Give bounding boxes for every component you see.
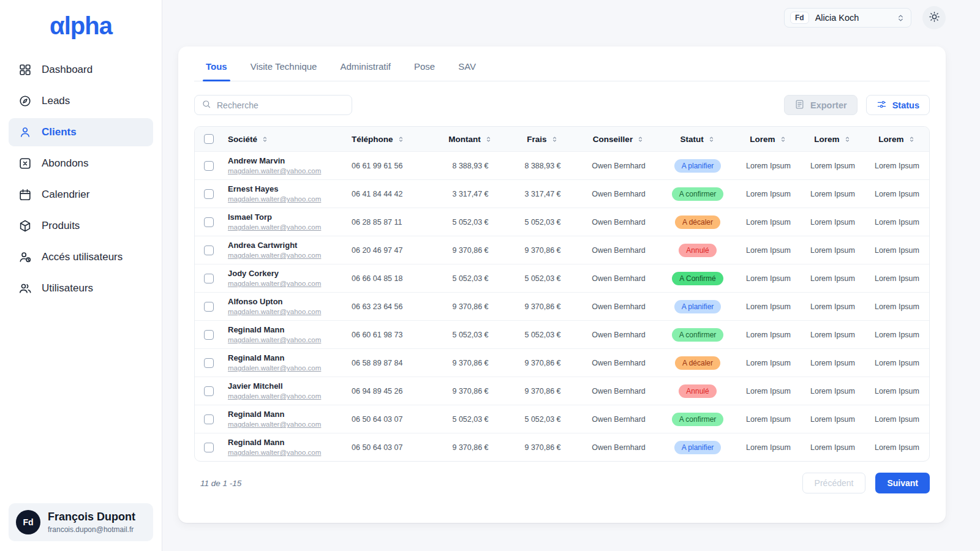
statut-cell: A confirmer xyxy=(659,321,736,349)
column-header-7[interactable]: Lorem xyxy=(736,127,801,152)
search-input[interactable] xyxy=(217,100,345,110)
row-checkbox-cell xyxy=(195,293,223,321)
export-button-label: Exporter xyxy=(810,100,847,110)
client-name: Javier Mitchell xyxy=(228,381,342,391)
row-checkbox[interactable] xyxy=(204,302,214,312)
pagination-info: 11 de 1 -15 xyxy=(194,479,241,488)
profile-card[interactable]: Fd François Dupont francois.dupon@hotmai… xyxy=(9,503,153,541)
tab-label: Administratif xyxy=(340,61,391,72)
sidebar-item-produits[interactable]: Produits xyxy=(9,212,153,240)
sidebar-item-clients[interactable]: Clients xyxy=(9,118,153,146)
client-name: Reginald Mann xyxy=(228,410,342,419)
column-header-6[interactable]: Statut xyxy=(659,127,736,152)
frais-cell: 9 370,86 € xyxy=(507,293,578,321)
column-label: Conseiller xyxy=(593,135,633,144)
lorem-cell-2: Lorem Ipsum xyxy=(801,293,865,321)
row-checkbox[interactable] xyxy=(204,217,214,227)
column-header-3[interactable]: Montant xyxy=(434,127,507,152)
row-checkbox[interactable] xyxy=(204,358,214,368)
previous-page-button[interactable]: Précédent xyxy=(802,473,866,493)
export-button[interactable]: Exporter xyxy=(784,95,858,115)
row-checkbox[interactable] xyxy=(204,330,214,340)
statut-cell: Annulé xyxy=(659,377,736,405)
row-checkbox[interactable] xyxy=(204,246,214,255)
column-header-2[interactable]: Téléphone xyxy=(347,127,434,152)
sidebar-item-utilisateurs[interactable]: Utilisateurs xyxy=(9,274,153,302)
sort-icon xyxy=(908,135,916,143)
status-filter-button[interactable]: Status xyxy=(866,95,930,115)
client-email-link[interactable]: magdalen.walter@yahoo.com xyxy=(228,449,321,456)
search-box[interactable] xyxy=(194,95,352,115)
lorem-cell-2: Lorem Ipsum xyxy=(801,236,865,264)
client-email-link[interactable]: magdalen.walter@yahoo.com xyxy=(228,421,321,428)
tab-sav[interactable]: SAV xyxy=(447,49,488,81)
select-all-checkbox[interactable] xyxy=(204,134,214,144)
table-row: Reginald Mann magdalen.walter@yahoo.com … xyxy=(195,321,929,349)
client-email-link[interactable]: magdalen.walter@yahoo.com xyxy=(228,336,321,343)
client-email-link[interactable]: magdalen.walter@yahoo.com xyxy=(228,308,321,315)
client-email-link[interactable]: magdalen.walter@yahoo.com xyxy=(228,167,321,174)
client-email-link[interactable]: magdalen.walter@yahoo.com xyxy=(228,223,321,231)
lorem-cell-1: Lorem Ipsum xyxy=(736,293,801,321)
sidebar-item-leads[interactable]: Leads xyxy=(9,87,153,115)
client-email-link[interactable]: magdalen.walter@yahoo.com xyxy=(228,280,321,287)
row-checkbox-cell xyxy=(195,405,223,433)
column-label: Statut xyxy=(680,135,703,144)
lorem-cell-3: Lorem Ipsum xyxy=(865,433,929,462)
tab-tous[interactable]: Tous xyxy=(194,49,239,81)
column-header-8[interactable]: Lorem xyxy=(801,127,865,152)
conseiller-cell: Owen Bernhard xyxy=(578,236,659,264)
lorem-cell-1: Lorem Ipsum xyxy=(736,264,801,293)
column-label: Lorem xyxy=(814,135,839,144)
profile-avatar: Fd xyxy=(16,510,40,534)
calendar-icon xyxy=(18,188,32,201)
client-email-link[interactable]: magdalen.walter@yahoo.com xyxy=(228,392,321,400)
column-header-4[interactable]: Frais xyxy=(507,127,578,152)
row-checkbox-cell xyxy=(195,321,223,349)
row-checkbox[interactable] xyxy=(204,443,214,452)
sidebar-item-calendrier[interactable]: Calendrier xyxy=(9,181,153,209)
next-page-button[interactable]: Suivant xyxy=(875,473,930,493)
lorem-cell-2: Lorem Ipsum xyxy=(801,321,865,349)
client-email-link[interactable]: magdalen.walter@yahoo.com xyxy=(228,195,321,203)
row-checkbox[interactable] xyxy=(204,386,214,396)
sidebar-item-label: Calendrier xyxy=(42,189,89,201)
lorem-cell-2: Lorem Ipsum xyxy=(801,377,865,405)
sidebar-item-acces-utilisateurs[interactable]: Accés utilisateurs xyxy=(9,243,153,271)
table-header-row: Société Téléphone Montant Frais Conseill… xyxy=(195,127,929,152)
row-checkbox[interactable] xyxy=(204,274,214,283)
row-checkbox[interactable] xyxy=(204,161,214,171)
frais-cell: 9 370,86 € xyxy=(507,349,578,377)
telephone-cell: 06 28 85 87 11 xyxy=(347,208,434,236)
sidebar-item-dashboard[interactable]: Dashboard xyxy=(9,56,153,84)
conseiller-cell: Owen Bernhard xyxy=(578,264,659,293)
column-header-5[interactable]: Conseiller xyxy=(578,127,659,152)
tab-visite-technique[interactable]: Visite Technique xyxy=(239,49,329,81)
client-email-link[interactable]: magdalen.walter@yahoo.com xyxy=(228,364,321,372)
societe-cell: Reginald Mann magdalen.walter@yahoo.com xyxy=(223,321,347,349)
frais-cell: 3 317,47 € xyxy=(507,180,578,208)
lorem-cell-3: Lorem Ipsum xyxy=(865,349,929,377)
status-badge: A décaler xyxy=(675,356,720,370)
statut-cell: Annulé xyxy=(659,236,736,264)
client-email-link[interactable]: magdalen.walter@yahoo.com xyxy=(228,252,321,259)
lorem-cell-3: Lorem Ipsum xyxy=(865,236,929,264)
lorem-cell-1: Lorem Ipsum xyxy=(736,321,801,349)
statut-cell: A Confirmé xyxy=(659,264,736,293)
column-header-1[interactable]: Société xyxy=(223,127,347,152)
sidebar-item-label: Abondons xyxy=(42,157,89,170)
row-checkbox[interactable] xyxy=(204,189,214,199)
row-checkbox[interactable] xyxy=(204,414,214,424)
table-row: Alfonso Upton magdalen.walter@yahoo.com … xyxy=(195,293,929,321)
column-header-9[interactable]: Lorem xyxy=(865,127,929,152)
societe-cell: Ismael Torp magdalen.walter@yahoo.com xyxy=(223,208,347,236)
tab-pose[interactable]: Pose xyxy=(402,49,447,81)
sidebar-item-abondons[interactable]: Abondons xyxy=(9,149,153,178)
user-switcher-select[interactable]: Fd Alicia Koch xyxy=(784,8,911,28)
column-label: Frais xyxy=(527,135,546,144)
lorem-cell-1: Lorem Ipsum xyxy=(736,180,801,208)
tab-administratif[interactable]: Administratif xyxy=(328,49,402,81)
societe-cell: Reginald Mann magdalen.walter@yahoo.com xyxy=(223,349,347,377)
theme-toggle-button[interactable] xyxy=(922,6,946,29)
user-switcher-name: Alicia Koch xyxy=(815,13,890,23)
